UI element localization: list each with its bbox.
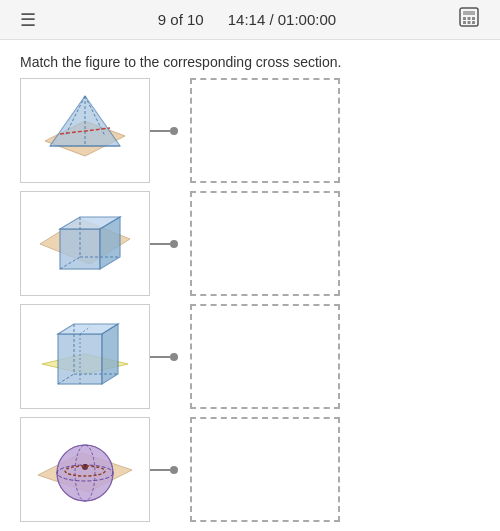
svg-rect-4: [472, 17, 475, 20]
drop-box-3[interactable]: [190, 304, 340, 409]
instructions-text: Match the figure to the corresponding cr…: [0, 40, 500, 78]
connector-dot: [170, 127, 178, 135]
svg-marker-25: [102, 324, 118, 384]
connector-2: [150, 240, 190, 248]
connector-line: [150, 243, 170, 245]
figure-sphere: [30, 425, 140, 515]
connector-dot: [170, 466, 178, 474]
connector-line: [150, 356, 170, 358]
connector-3: [150, 353, 190, 361]
drop-box-1[interactable]: [190, 78, 340, 183]
connector-dot: [170, 240, 178, 248]
drop-box-2[interactable]: [190, 191, 340, 296]
header-info: 9 of 10 14:14 / 01:00:00: [158, 11, 336, 28]
svg-rect-5: [463, 21, 466, 24]
match-row: [20, 191, 480, 296]
figure-box-4: [20, 417, 150, 522]
connector-dot: [170, 353, 178, 361]
connector-line: [150, 130, 170, 132]
menu-icon: ☰: [20, 10, 36, 30]
calculator-button[interactable]: [450, 2, 488, 37]
drop-box-4[interactable]: [190, 417, 340, 522]
figure-box-3: [20, 304, 150, 409]
header: ☰ 9 of 10 14:14 / 01:00:00: [0, 0, 500, 40]
menu-button[interactable]: ☰: [12, 5, 44, 35]
figure-prism: [30, 312, 140, 402]
timer-display: 14:14 / 01:00:00: [228, 11, 336, 28]
connector-4: [150, 466, 190, 474]
svg-point-36: [82, 464, 88, 470]
match-row: [20, 78, 480, 183]
svg-rect-2: [463, 17, 466, 20]
match-row: [20, 417, 480, 522]
svg-rect-3: [468, 17, 471, 20]
svg-rect-1: [463, 11, 475, 15]
progress-indicator: 9 of 10: [158, 11, 204, 28]
figure-box-2: [20, 191, 150, 296]
connector-line: [150, 469, 170, 471]
svg-rect-7: [472, 21, 475, 24]
match-row: [20, 304, 480, 409]
figure-pyramid: [30, 86, 140, 176]
figure-cube: [30, 199, 140, 289]
calculator-icon: [458, 12, 480, 32]
svg-rect-6: [468, 21, 471, 24]
connector-1: [150, 127, 190, 135]
figure-box-1: [20, 78, 150, 183]
match-container: [0, 78, 500, 522]
